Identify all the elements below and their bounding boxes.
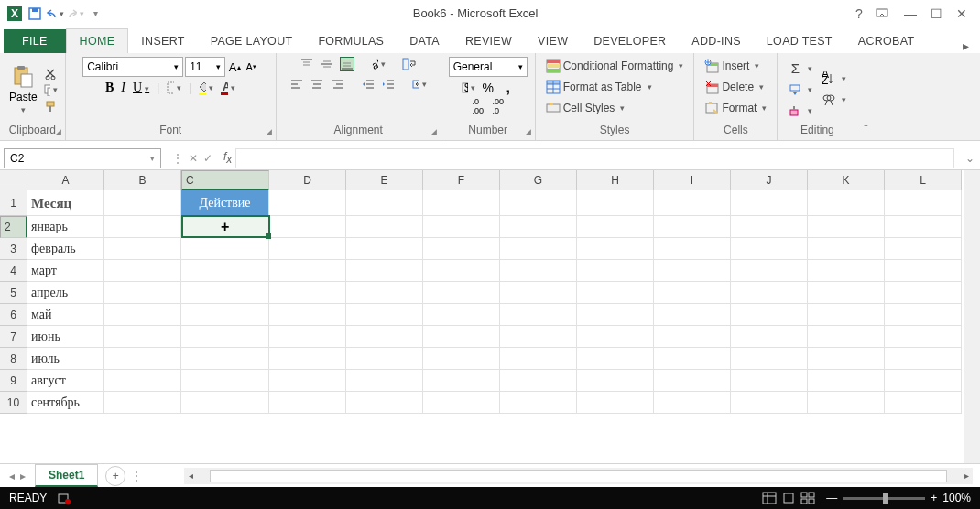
formula-input[interactable] xyxy=(235,148,954,168)
cell[interactable] xyxy=(423,392,500,414)
horizontal-scrollbar[interactable]: ◂▸ xyxy=(184,468,973,484)
cell[interactable] xyxy=(269,238,346,260)
cell[interactable] xyxy=(500,326,577,348)
cell[interactable] xyxy=(654,304,731,326)
merge-center-icon[interactable] xyxy=(412,77,427,92)
redo-button[interactable] xyxy=(66,5,84,23)
tab-scroll-right-icon[interactable]: ▸ xyxy=(955,38,976,53)
cell[interactable] xyxy=(885,260,962,282)
find-select-button[interactable] xyxy=(819,91,849,109)
tab-developer[interactable]: DEVELOPER xyxy=(581,29,679,53)
cell[interactable] xyxy=(500,216,577,238)
macro-record-icon[interactable] xyxy=(58,492,71,504)
cell[interactable] xyxy=(269,326,346,348)
cell[interactable] xyxy=(104,238,181,260)
select-all-button[interactable] xyxy=(0,170,27,190)
cell[interactable] xyxy=(577,304,654,326)
delete-cells-button[interactable]: Delete xyxy=(702,78,767,96)
cell[interactable] xyxy=(731,282,808,304)
fx-icon[interactable]: fx xyxy=(220,150,235,166)
align-top-icon[interactable] xyxy=(299,57,314,71)
cell[interactable] xyxy=(808,282,885,304)
clear-button[interactable] xyxy=(785,102,815,120)
cell[interactable] xyxy=(104,282,181,304)
cell[interactable] xyxy=(731,260,808,282)
new-sheet-button[interactable]: + xyxy=(105,466,125,486)
cell[interactable]: январь xyxy=(27,216,104,238)
cell[interactable] xyxy=(808,348,885,370)
cell[interactable] xyxy=(104,348,181,370)
cell[interactable]: май xyxy=(27,304,104,326)
col-header[interactable]: F xyxy=(423,170,500,190)
row-header[interactable]: 4 xyxy=(0,260,27,282)
cell[interactable] xyxy=(104,370,181,392)
tab-review[interactable]: REVIEW xyxy=(452,29,525,53)
cell[interactable] xyxy=(885,370,962,392)
cell[interactable] xyxy=(423,238,500,260)
cell[interactable] xyxy=(654,282,731,304)
cell[interactable]: июль xyxy=(27,348,104,370)
cell[interactable] xyxy=(104,216,181,238)
align-middle-icon[interactable] xyxy=(320,57,334,71)
cell[interactable] xyxy=(346,238,423,260)
cell[interactable] xyxy=(346,370,423,392)
undo-button[interactable] xyxy=(46,5,64,23)
zoom-in-button[interactable]: + xyxy=(931,492,937,504)
cell[interactable] xyxy=(500,392,577,414)
cell[interactable] xyxy=(808,326,885,348)
cell[interactable] xyxy=(654,190,731,216)
cell[interactable] xyxy=(181,370,269,392)
orientation-icon[interactable]: ab xyxy=(371,57,386,71)
cell[interactable] xyxy=(181,282,269,304)
col-header[interactable]: B xyxy=(104,170,181,190)
page-layout-view-icon[interactable] xyxy=(779,490,798,506)
cell[interactable] xyxy=(731,326,808,348)
cell[interactable] xyxy=(181,260,269,282)
cell[interactable] xyxy=(346,326,423,348)
fill-button[interactable] xyxy=(785,81,815,99)
cell[interactable] xyxy=(269,304,346,326)
cell[interactable] xyxy=(346,348,423,370)
col-header[interactable]: J xyxy=(731,170,808,190)
decrease-font-icon[interactable]: A▾ xyxy=(244,60,258,74)
qat-customize-icon[interactable]: ▾ xyxy=(86,5,104,23)
cell[interactable] xyxy=(808,370,885,392)
font-launcher-icon[interactable]: ◢ xyxy=(266,127,272,136)
decrease-decimal-icon[interactable]: .00.0 xyxy=(491,99,506,114)
insert-cells-button[interactable]: Insert xyxy=(702,57,762,75)
sort-filter-button[interactable]: AZ xyxy=(819,70,849,88)
sheet-tab[interactable]: Sheet1 xyxy=(35,464,98,487)
cell[interactable] xyxy=(181,392,269,414)
tab-add-ins[interactable]: ADD-INS xyxy=(679,29,754,53)
cell[interactable] xyxy=(731,304,808,326)
name-box[interactable]: C2▾ xyxy=(4,148,161,168)
cell[interactable]: сентябрь xyxy=(27,392,104,414)
cell[interactable] xyxy=(500,238,577,260)
cell[interactable] xyxy=(500,260,577,282)
cell[interactable] xyxy=(423,348,500,370)
row-header[interactable]: 7 xyxy=(0,326,27,348)
cell[interactable] xyxy=(731,238,808,260)
close-icon[interactable]: ✕ xyxy=(953,6,971,21)
fill-color-icon[interactable] xyxy=(199,81,213,95)
cell[interactable] xyxy=(577,370,654,392)
cell[interactable] xyxy=(654,392,731,414)
cell[interactable]: август xyxy=(27,370,104,392)
tab-insert[interactable]: INSERT xyxy=(128,29,197,53)
collapse-ribbon-icon[interactable]: ˆ xyxy=(856,53,875,140)
cell[interactable] xyxy=(346,216,423,238)
cell[interactable] xyxy=(181,304,269,326)
col-header[interactable]: C xyxy=(181,170,269,190)
fx-dots-icon[interactable]: ⋮ xyxy=(172,152,183,165)
cell[interactable] xyxy=(577,326,654,348)
cancel-formula-icon[interactable]: ✕ xyxy=(189,152,198,165)
cell[interactable]: Действие xyxy=(181,190,269,216)
wrap-text-icon[interactable] xyxy=(402,57,417,71)
cell[interactable] xyxy=(269,260,346,282)
cell[interactable] xyxy=(885,238,962,260)
italic-button[interactable]: I xyxy=(121,81,125,95)
tab-acrobat[interactable]: ACROBAT xyxy=(845,29,928,53)
cell[interactable] xyxy=(808,260,885,282)
align-right-icon[interactable] xyxy=(330,77,344,92)
cell[interactable] xyxy=(577,190,654,216)
